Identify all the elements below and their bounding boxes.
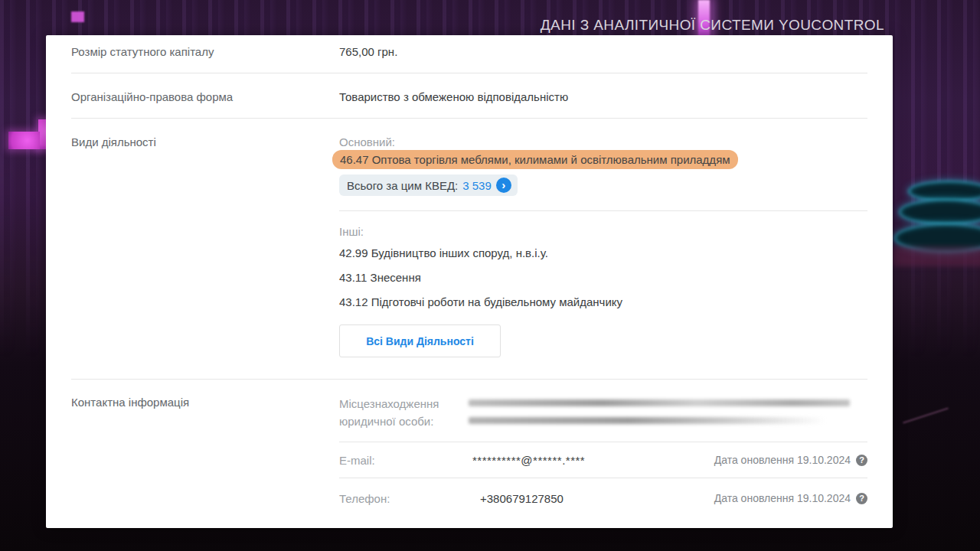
primary-activity-caption: Основний:: [339, 135, 395, 150]
location-label: Місцезнаходження юридичної особи:: [339, 395, 473, 430]
all-activities-button[interactable]: Всі Види Діяльності: [339, 324, 501, 357]
divider: [71, 73, 867, 73]
phone-updated: Дата оновлення 19.10.2024 ?: [714, 492, 867, 504]
phone-value: +380679127850: [480, 491, 564, 507]
capital-label: Розмір статутного капіталу: [71, 44, 214, 60]
activities-label: Види діяльності: [71, 135, 156, 150]
capital-value: 765,00 грн.: [339, 44, 397, 60]
redacted-address-line: [469, 399, 850, 406]
pixel-block-small: [71, 11, 84, 22]
activity-item: 43.11 Знесення: [339, 270, 421, 285]
kved-total-chip[interactable]: Всього за цим КВЕД: 3 539 ›: [339, 174, 518, 196]
video-frame: ДАНІ З АНАЛІТИЧНОЇ СИСТЕМИ YOUCONTROL Ро…: [0, 0, 980, 551]
phone-label: Телефон:: [339, 491, 390, 507]
primary-activity-highlight: 46.47 Оптова торгівля меблями, килимами …: [332, 150, 738, 169]
contacts-label: Контактна інформація: [71, 395, 189, 410]
dark-band: [892, 246, 980, 266]
email-updated: Дата оновлення 19.10.2024 ?: [714, 454, 867, 466]
pink-scratch: [903, 407, 949, 423]
phone-updated-text: Дата оновлення 19.10.2024: [714, 492, 851, 504]
activity-item: 43.12 Підготовчі роботи на будівельному …: [339, 295, 622, 310]
divider: [71, 379, 867, 380]
legal-form-label: Організаційно-правова форма: [71, 90, 233, 105]
legal-form-value: Товариство з обмеженою відповідальністю: [339, 90, 568, 105]
pixel-block-left-foot: [8, 132, 40, 149]
redacted-address-line: [469, 417, 825, 424]
help-icon[interactable]: ?: [856, 493, 867, 504]
divider: [339, 442, 867, 442]
help-icon[interactable]: ?: [856, 455, 867, 466]
other-activities-caption: Інші:: [339, 224, 364, 240]
email-label: E-mail:: [339, 453, 375, 468]
email-value-masked: **********@******.****: [472, 453, 585, 468]
divider: [339, 478, 867, 478]
kved-total-label: Всього за цим КВЕД:: [347, 179, 458, 192]
company-profile-card: Розмір статутного капіталу 765,00 грн. О…: [46, 35, 893, 528]
activity-item: 42.99 Будівництво інших споруд, н.в.і.у.: [339, 246, 548, 261]
source-caption: ДАНІ З АНАЛІТИЧНОЇ СИСТЕМИ YOUCONTROL: [541, 17, 884, 34]
email-updated-text: Дата оновлення 19.10.2024: [714, 454, 851, 466]
divider: [339, 210, 867, 211]
divider: [71, 118, 867, 119]
chevron-right-icon[interactable]: ›: [496, 178, 511, 193]
kved-total-count[interactable]: 3 539: [462, 179, 492, 192]
